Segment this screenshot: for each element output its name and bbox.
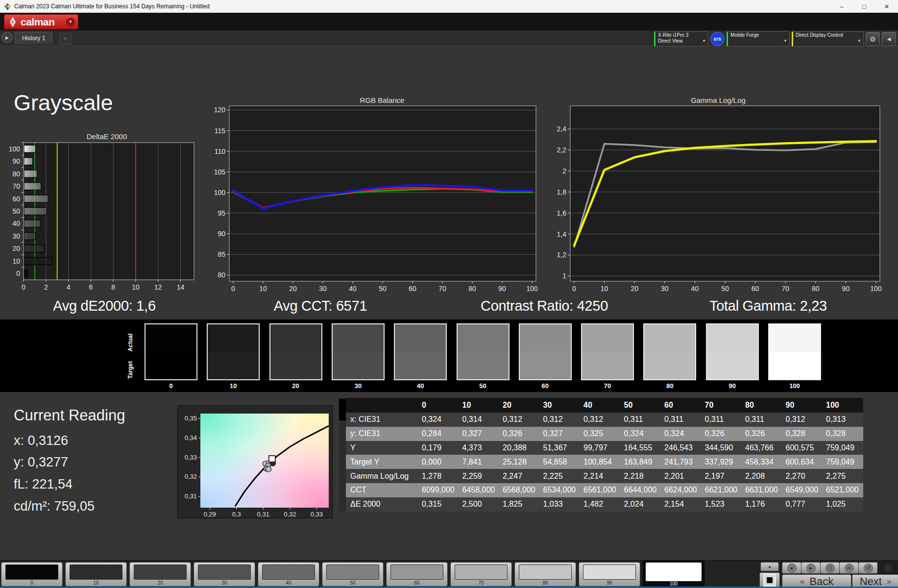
calman-menu-button[interactable]: calman ▼ bbox=[4, 14, 78, 29]
patch-label: 70 bbox=[451, 580, 511, 586]
display-control-dropdown[interactable]: Direct Display Control ▼ bbox=[792, 31, 864, 47]
pattern-patch-30[interactable]: 30 bbox=[194, 562, 255, 587]
svg-text:110: 110 bbox=[215, 147, 226, 155]
svg-text:90: 90 bbox=[498, 285, 506, 293]
pattern-patch-0[interactable]: 0 bbox=[1, 562, 63, 587]
deltae-bar-100 bbox=[24, 145, 35, 152]
continuous-measure-icon: ∞ bbox=[845, 564, 854, 573]
chevron-down-icon[interactable]: ▼ bbox=[66, 18, 75, 26]
reading-cdm2: cd/m²: 759,05 bbox=[14, 499, 95, 514]
svg-text:100: 100 bbox=[9, 145, 21, 153]
measured-point bbox=[266, 466, 271, 472]
table-cell: 2,275 bbox=[823, 472, 863, 481]
table-cell: 600,634 bbox=[782, 458, 823, 466]
meter-dropdown[interactable]: X-Rite i1Pro 3 Direct View ▼ bbox=[654, 31, 708, 47]
table-cell: 0,312 bbox=[782, 415, 823, 424]
swatch-label: 90 bbox=[705, 382, 760, 390]
pattern-patch-10[interactable]: 10 bbox=[65, 562, 127, 587]
table-cell: 2,500 bbox=[459, 500, 500, 509]
svg-text:30: 30 bbox=[12, 232, 20, 240]
table-scroll-thumb[interactable] bbox=[339, 399, 346, 420]
grayscale-swatch-30 bbox=[332, 323, 385, 380]
pattern-patch-60[interactable]: 60 bbox=[386, 562, 448, 587]
grayscale-swatch-40 bbox=[394, 323, 447, 380]
source-dropdown[interactable]: Mobile Forge ▼ bbox=[727, 31, 790, 47]
pattern-patch-20[interactable]: 20 bbox=[129, 562, 191, 587]
tab-bar: ▶ History 1 + X-Rite i1Pro 3 Direct View… bbox=[0, 30, 898, 45]
refresh-icon: ↺ bbox=[864, 564, 873, 573]
deltae-bar-20 bbox=[24, 245, 45, 252]
patch-swatch bbox=[70, 564, 122, 580]
table-cell: 759,049 bbox=[823, 458, 863, 466]
cie-overlay bbox=[178, 406, 333, 519]
pattern-patch-80[interactable]: 80 bbox=[514, 562, 576, 587]
table-cell: 458,334 bbox=[742, 458, 782, 466]
pattern-patch-50[interactable]: 50 bbox=[322, 562, 384, 587]
table-cell: 0,326 bbox=[742, 429, 782, 438]
deltae-bar-90 bbox=[24, 158, 33, 165]
swatch-label: 100 bbox=[767, 382, 822, 390]
svg-text:95: 95 bbox=[218, 209, 225, 217]
deltae-bar-70 bbox=[24, 183, 41, 190]
pattern-bar: 0102030405060708090100 ▲ ■▶[·]∞↺ « Back … bbox=[0, 560, 898, 588]
deltae-bar-80 bbox=[24, 170, 37, 177]
continuous-measure-button[interactable]: ∞ bbox=[839, 562, 859, 574]
cie-xtick-0,33: 0,33 bbox=[310, 511, 323, 518]
stat-contrast: Contrast Ratio: 4250 bbox=[481, 298, 608, 314]
patch-swatch bbox=[646, 563, 702, 581]
pattern-window-button[interactable] bbox=[759, 572, 780, 588]
back-button[interactable]: « Back bbox=[782, 574, 851, 588]
refresh-button[interactable]: ↺ bbox=[858, 562, 878, 574]
close-button[interactable]: ✕ bbox=[875, 0, 898, 13]
page-title: Grayscale bbox=[14, 90, 113, 116]
add-tab-button[interactable]: + bbox=[59, 33, 72, 45]
svg-text:30: 30 bbox=[661, 285, 669, 293]
meter-name: X-Rite i1Pro 3 bbox=[658, 32, 700, 38]
swatch-target bbox=[769, 352, 820, 379]
pattern-bar-expand-button[interactable]: ▲ bbox=[760, 562, 779, 571]
table-cell: 2,154 bbox=[661, 500, 702, 509]
measure-window-button[interactable]: [·] bbox=[820, 562, 840, 574]
maximize-button[interactable]: □ bbox=[853, 0, 875, 13]
table-cell: 2,247 bbox=[499, 472, 540, 481]
chevron-down-icon: ▼ bbox=[783, 38, 787, 44]
row-label: x: CIE31 bbox=[346, 415, 418, 424]
table-cell: 6521,000 bbox=[823, 486, 863, 494]
table-cell: 0,312 bbox=[499, 415, 540, 424]
next-button[interactable]: Next » bbox=[852, 574, 898, 588]
cie-ytick-0,32: 0,32 bbox=[185, 473, 197, 480]
table-cell: 0,326 bbox=[499, 429, 540, 438]
svg-text:0: 0 bbox=[572, 285, 576, 293]
tab-history-1[interactable]: History 1 bbox=[15, 32, 52, 44]
svg-text:50: 50 bbox=[379, 285, 387, 293]
meter-indicator-disabled bbox=[877, 562, 898, 574]
swatch-actual bbox=[644, 324, 695, 352]
svg-text:70: 70 bbox=[12, 182, 20, 190]
pattern-patch-100[interactable]: 100 bbox=[643, 561, 704, 588]
minimize-button[interactable]: – bbox=[830, 0, 853, 13]
table-cell: 6631,000 bbox=[742, 486, 782, 494]
table-cell: 2,214 bbox=[580, 472, 621, 481]
pattern-patch-70[interactable]: 70 bbox=[450, 562, 512, 587]
cie-xtick-0,3: 0,3 bbox=[230, 511, 243, 518]
play-button[interactable]: ▶ bbox=[801, 562, 821, 574]
patch-swatch bbox=[262, 564, 315, 580]
svg-text:10: 10 bbox=[259, 285, 267, 293]
svg-text:100: 100 bbox=[214, 189, 226, 196]
chevrons-right-icon: » bbox=[887, 577, 891, 587]
table-cell: 2,197 bbox=[702, 472, 742, 481]
collapse-panel-button[interactable]: ◀ bbox=[882, 32, 896, 46]
pattern-patch-40[interactable]: 40 bbox=[258, 562, 319, 587]
svg-text:90: 90 bbox=[842, 285, 850, 293]
settings-button[interactable]: ⚙ bbox=[866, 32, 880, 46]
svg-text:12: 12 bbox=[154, 283, 162, 291]
column-header-30: 30 bbox=[540, 401, 581, 410]
table-cell: 0,328 bbox=[823, 429, 863, 438]
pattern-patch-90[interactable]: 90 bbox=[579, 562, 640, 587]
row-label: Y bbox=[346, 443, 418, 452]
svg-text:2: 2 bbox=[44, 283, 48, 291]
cie-ytick-0,35: 0,35 bbox=[185, 415, 197, 422]
table-cell: 2,270 bbox=[782, 472, 823, 481]
stop-button[interactable]: ■ bbox=[782, 562, 801, 574]
tab-scroll-button[interactable]: ▶ bbox=[1, 32, 13, 43]
